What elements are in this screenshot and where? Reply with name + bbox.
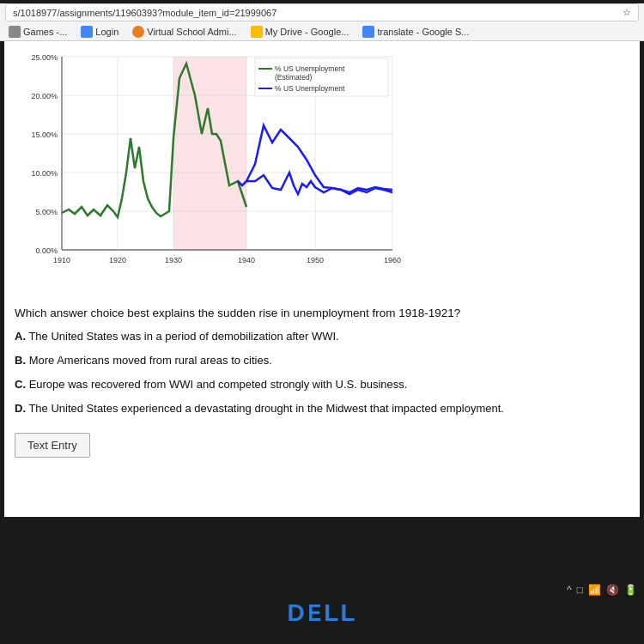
svg-text:(Estimated): (Estimated)	[275, 73, 313, 82]
bookmark-login[interactable]: Login	[77, 25, 122, 39]
svg-text:20.00%: 20.00%	[31, 92, 58, 100]
svg-text:25.00%: 25.00%	[31, 53, 58, 62]
taskbar-icons: ^ □ 📶 🔇 🔋	[567, 584, 644, 596]
bookmark-drive[interactable]: My Drive - Google...	[247, 25, 353, 39]
battery-icon: 🔋	[624, 584, 637, 596]
svg-text:0.00%: 0.00%	[35, 246, 58, 255]
page-content: 25.00% 20.00% 15.00% 10.00% 5.00% 0.00% …	[4, 41, 640, 539]
games-favicon	[9, 26, 21, 38]
svg-text:10.00%: 10.00%	[31, 169, 58, 178]
svg-text:5.00%: 5.00%	[35, 208, 58, 216]
question-text: Which answer choice best explains the su…	[15, 306, 629, 322]
bookmark-translate-label: translate - Google S...	[377, 27, 469, 37]
svg-text:% US Unemployment: % US Unemployment	[275, 84, 345, 93]
window-icon: □	[577, 584, 583, 596]
bookmark-drive-label: My Drive - Google...	[265, 27, 349, 37]
answer-option-a: A. The United States was in a period of …	[15, 327, 629, 346]
school-favicon	[132, 26, 144, 38]
login-favicon	[81, 26, 93, 38]
svg-text:1930: 1930	[165, 256, 182, 264]
network-icon: 📶	[588, 584, 601, 596]
caret-icon: ^	[567, 584, 572, 596]
bookmarks-bar: Games -... Login Virtual School Admi... …	[0, 23, 644, 40]
dell-e-letter: E	[307, 599, 323, 627]
browser-chrome: s/1018977/assignments/11960393?module_it…	[0, 3, 644, 41]
answer-option-d: D. The United States experienced a devas…	[15, 399, 629, 418]
answer-option-b: B. More Americans moved from rural areas…	[15, 351, 629, 370]
translate-favicon	[362, 26, 374, 38]
bookmark-games-label: Games -...	[23, 27, 67, 37]
url-text: s/1018977/assignments/11960393?module_it…	[13, 8, 276, 18]
chart-container: 25.00% 20.00% 15.00% 10.00% 5.00% 0.00% …	[15, 48, 410, 297]
answer-option-c: C. Europe was recovered from WWI and com…	[15, 375, 629, 394]
bookmark-login-label: Login	[95, 27, 118, 37]
svg-text:1950: 1950	[307, 256, 324, 264]
taskbar: ^ □ 📶 🔇 🔋 DELL	[0, 517, 644, 644]
bookmark-school-label: Virtual School Admi...	[147, 27, 236, 37]
svg-text:1910: 1910	[53, 256, 70, 264]
star-icon: ☆	[623, 7, 631, 18]
chart-svg: 25.00% 20.00% 15.00% 10.00% 5.00% 0.00% …	[15, 48, 410, 297]
svg-text:15.00%: 15.00%	[31, 131, 58, 139]
bookmark-games[interactable]: Games -...	[5, 25, 70, 39]
address-bar[interactable]: s/1018977/assignments/11960393?module_it…	[5, 3, 639, 21]
dell-logo: DELL	[287, 599, 356, 627]
svg-text:1940: 1940	[238, 256, 255, 264]
bookmark-translate[interactable]: translate - Google S...	[359, 25, 472, 39]
sound-icon: 🔇	[606, 584, 619, 596]
text-entry-button[interactable]: Text Entry	[15, 433, 90, 458]
bookmark-school[interactable]: Virtual School Admi...	[129, 25, 240, 39]
svg-text:% US Unemployment: % US Unemployment	[275, 64, 345, 73]
svg-text:1960: 1960	[384, 256, 401, 264]
svg-text:1920: 1920	[109, 256, 126, 264]
svg-rect-0	[173, 57, 246, 250]
drive-favicon	[251, 26, 263, 38]
